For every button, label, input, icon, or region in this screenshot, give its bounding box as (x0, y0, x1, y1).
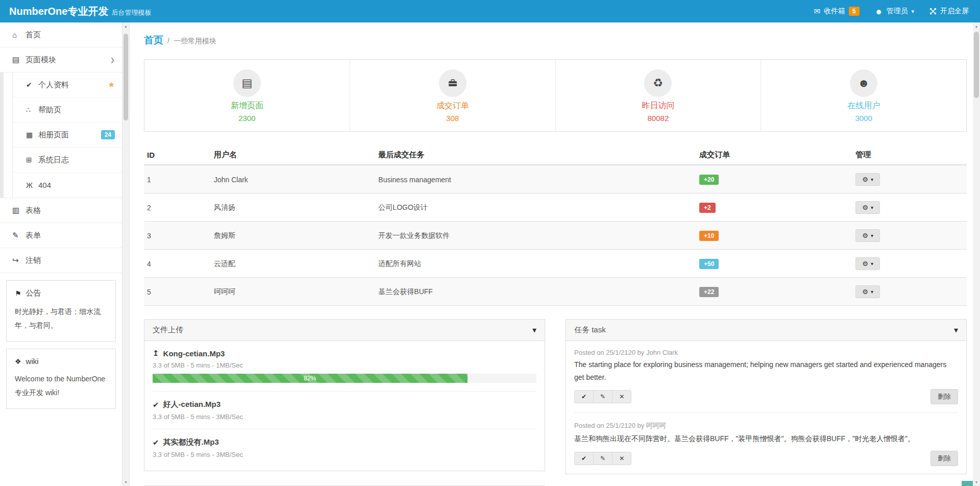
cell-user: 呵呵呵 (210, 278, 374, 306)
breadcrumb-home-link[interactable]: 首页 (144, 34, 163, 47)
stat-value: 80082 (556, 114, 761, 123)
sidebar-item-tables[interactable]: ▥ 表格 (0, 198, 122, 223)
reject-button[interactable]: ✕ (612, 390, 631, 403)
approve-button[interactable]: ✔ (574, 452, 594, 465)
help-label: 帮助页 (38, 105, 61, 115)
task-post: Posted on 25/1/2120 by 呵呵呵 基兰和狗熊出现在不同阵营时… (574, 421, 958, 466)
chevron-down-icon[interactable]: ▾ (954, 326, 958, 334)
envelope-icon: ✉ (814, 7, 820, 16)
wiki-box: ❖ wiki Welcome to the NumberOne专业开发 wiki… (6, 349, 116, 409)
delete-button[interactable]: 删除 (930, 451, 958, 466)
file-name-row: ✔ 好人-cetian.Mp3 (153, 400, 536, 409)
file-name-row: ✔ 其实都没有.Mp3 (153, 438, 536, 447)
breadcrumb-current: 一些常用模块 (174, 37, 216, 46)
file-text-icon: ▤ (233, 69, 261, 97)
admin-menu-button[interactable]: ☻ 管理员 ▾ (875, 7, 914, 16)
caret-down-icon: ▾ (871, 177, 873, 182)
sidebar-home-label: 首页 (26, 30, 41, 40)
left-column: 文件上传 ▾ ↥ Kong-cetian.Mp3 3.3 of 5MB - 5 … (144, 319, 545, 486)
orders-table: ID 用户名 最后成交任务 成交订单 管理 1 John Clark Busin… (144, 145, 967, 306)
post-button-group: ✔ ✎ ✕ (574, 452, 631, 465)
divider (574, 412, 958, 413)
upload-panel-header: 文件上传 ▾ (144, 320, 545, 341)
fullscreen-button[interactable]: 开启全屏 (929, 7, 969, 16)
edit-button[interactable]: ✎ (593, 452, 612, 465)
row-actions-button[interactable]: ⚙▾ (855, 285, 880, 298)
sidebar-item-profile[interactable]: ✔ 个人资料 ★ (13, 72, 122, 98)
users-icon: ☻ (875, 7, 883, 16)
back-to-top-button[interactable] (962, 481, 973, 486)
scroll-down-icon[interactable]: ▼ (973, 478, 980, 486)
post-body: The starting place for exploring busines… (574, 358, 958, 384)
sidebar-scrollbar[interactable]: ▲ ▼ (122, 22, 130, 486)
table-header-row: ID 用户名 最后成交任务 成交订单 管理 (144, 145, 967, 165)
upload-panel: 文件上传 ▾ ↥ Kong-cetian.Mp3 3.3 of 5MB - 5 … (144, 319, 545, 471)
sidebar-item-home[interactable]: ⌂ 首页 (0, 22, 122, 47)
breadcrumb: 首页 / 一些常用模块 (144, 34, 967, 47)
order-badge: +2 (699, 203, 716, 213)
sidebar-item-syslog[interactable]: ⊞ 系统日志 (13, 148, 122, 173)
gear-icon: ⚙ (862, 260, 868, 268)
caret-down-icon: ▾ (871, 205, 873, 210)
fullscreen-icon (929, 8, 937, 15)
briefcase-icon (439, 69, 467, 97)
row-actions-button[interactable]: ⚙▾ (855, 257, 880, 270)
stat-label: 成交订单 (350, 101, 555, 111)
caret-down-icon: ▾ (871, 233, 873, 238)
brand-subtitle: 后台管理模板 (111, 9, 151, 16)
order-badge: +22 (699, 287, 719, 297)
col-header-id: ID (144, 145, 210, 165)
file-name: 其实都没有.Mp3 (163, 438, 219, 447)
divider (153, 391, 536, 392)
delete-button[interactable]: 删除 (930, 389, 958, 404)
sidebar-item-404[interactable]: Ж 404 (13, 173, 122, 198)
check-icon: ✔ (153, 400, 159, 409)
chevron-down-icon[interactable]: ▾ (532, 326, 536, 334)
sidebar-scrollbar-thumb[interactable] (124, 34, 128, 120)
scroll-down-icon[interactable]: ▼ (122, 478, 129, 486)
sidebar-item-logout[interactable]: ↪ 注销 (0, 248, 122, 273)
user-icon: ☻ (850, 69, 877, 97)
gear-icon: ⚙ (862, 204, 868, 211)
table-icon: ▥ (12, 206, 26, 215)
sidebar-item-pages[interactable]: ▤ 页面模块 ❯ (0, 47, 122, 72)
panel-columns: 文件上传 ▾ ↥ Kong-cetian.Mp3 3.3 of 5MB - 5 … (144, 319, 967, 486)
caret-down-icon: ▾ (911, 8, 914, 15)
order-badge: +10 (699, 231, 719, 241)
profile-label: 个人资料 (38, 80, 69, 90)
inbox-button[interactable]: ✉ 收件箱 5 (814, 7, 859, 16)
navbar-right: ✉ 收件箱 5 ☻ 管理员 ▾ 开启全屏 (814, 7, 969, 16)
page-scrollbar-thumb[interactable] (974, 32, 979, 98)
gear-icon: ⚙ (862, 176, 868, 183)
col-header-user: 用户名 (210, 145, 374, 165)
dashboard-page: { "colors": { "navbar_bg": "#1f97ce", "l… (0, 0, 980, 486)
sidebar-item-album[interactable]: ▦ 相册页面 24 (13, 123, 122, 148)
sidebar-item-help[interactable]: ∴ 帮助页 (13, 98, 122, 123)
approve-button[interactable]: ✔ (574, 390, 594, 403)
reject-button[interactable]: ✕ (612, 452, 631, 465)
sidebar: ⌂ 首页 ▤ 页面模块 ❯ ✔ 个人资料 ★ ∴ 帮助页 ▦ 相册页面 24 ⊞ (0, 22, 122, 486)
table-row: 4 云适配 适配所有网站 +50 ⚙▾ (144, 250, 967, 278)
row-actions-button[interactable]: ⚙▾ (855, 229, 880, 242)
row-actions-button[interactable]: ⚙▾ (855, 173, 880, 186)
stats-panel: ▤ 新增页面 2300 成交订单 308 ♻ 昨日访问 80082 ☻ 在线用户… (144, 59, 967, 132)
edit-button[interactable]: ✎ (593, 390, 612, 403)
row-actions-button[interactable]: ⚙▾ (855, 201, 880, 214)
cell-id: 5 (144, 278, 210, 306)
cell-user: John Clark (210, 165, 374, 193)
page-scrollbar[interactable]: ▲ ▼ (973, 22, 980, 486)
scroll-up-icon[interactable]: ▲ (973, 22, 980, 30)
file-meta: 3.3 of 5MB - 5 mins - 3MB/Sec (153, 451, 536, 458)
album-count-badge: 24 (101, 130, 115, 139)
task-panel-title: 任务 task (574, 325, 606, 335)
stat-label: 昨日访问 (556, 101, 761, 111)
sidebar-item-forms[interactable]: ✎ 表单 (0, 223, 122, 248)
check-icon: ✔ (26, 81, 38, 89)
cell-id: 1 (144, 165, 210, 193)
caret-down-icon: ▾ (871, 261, 873, 266)
stat-visits: ♻ 昨日访问 80082 (556, 60, 762, 131)
scroll-up-icon[interactable]: ▲ (122, 22, 129, 30)
check-icon: ✔ (581, 455, 586, 462)
cell-user: 詹姆斯 (210, 222, 374, 250)
stat-value: 2300 (144, 114, 350, 123)
